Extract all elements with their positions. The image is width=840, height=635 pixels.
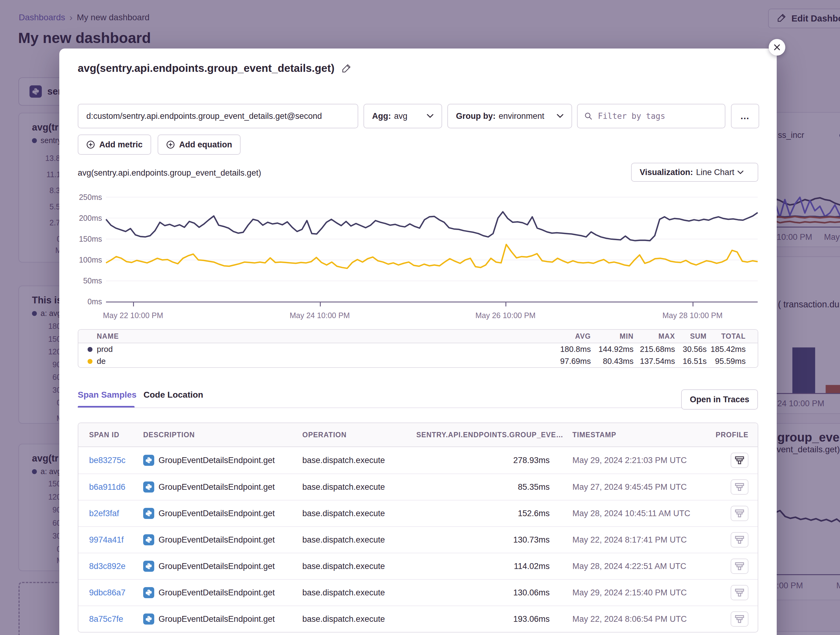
span-metric-value: 152.6ms — [416, 509, 549, 518]
span-operation: base.dispatch.execute — [302, 509, 416, 518]
tab-span-samples[interactable]: Span Samples — [78, 390, 136, 400]
profile-flamegraph-icon — [734, 535, 744, 544]
chevron-down-icon — [427, 114, 434, 118]
close-icon — [773, 44, 781, 51]
x-axis-tick — [693, 303, 693, 306]
tag-filter-input[interactable] — [597, 111, 718, 121]
span-id-link[interactable]: 9dbc86a7 — [78, 588, 143, 597]
edit-title-pencil-icon[interactable] — [342, 63, 351, 73]
visualization-dropdown[interactable]: Visualization: Line Chart — [631, 163, 758, 182]
summary-row-prod[interactable]: prod180.8ms144.92ms215.68ms30.56s185.42m… — [78, 343, 758, 355]
span-operation: base.dispatch.execute — [302, 588, 416, 597]
profile-flamegraph-icon — [734, 562, 744, 571]
chart-title: avg(sentry.api.endpoints.group_event_det… — [78, 168, 261, 178]
span-operation: base.dispatch.execute — [302, 535, 416, 545]
python-icon — [143, 508, 154, 519]
aggregation-text: Agg:avg — [372, 112, 407, 121]
span-id-link[interactable]: b2ef3faf — [78, 509, 143, 518]
x-axis-tick — [505, 303, 506, 306]
summary-row-de[interactable]: de97.69ms80.43ms137.54ms16.51s95.59ms — [78, 355, 758, 367]
summary-header-row: NAME AVG MIN MAX SUM TOTAL — [78, 330, 758, 343]
tab-code-location[interactable]: Code Location — [144, 390, 203, 400]
series-sum: 16.51s — [675, 356, 707, 366]
open-profile-button[interactable] — [731, 585, 748, 600]
open-in-traces-label: Open in Traces — [690, 395, 749, 404]
x-axis-label: May 28 10:00 PM — [662, 311, 723, 320]
open-profile-button[interactable] — [731, 506, 748, 521]
span-timestamp: May 27, 2024 9:45:45 PM UTC — [549, 482, 693, 492]
span-metric-value: 130.73ms — [416, 535, 549, 545]
x-axis-label: May 26 10:00 PM — [475, 311, 535, 320]
line-chart-plot — [106, 197, 758, 302]
open-in-traces-button[interactable]: Open in Traces — [681, 389, 758, 410]
profile-flamegraph-icon — [734, 509, 744, 518]
y-axis-label: 50ms — [83, 276, 102, 285]
samples-header-profile: PROFILE — [693, 431, 758, 439]
visualization-label: Visualization: — [639, 168, 693, 177]
tag-filter-field — [577, 104, 725, 128]
summary-rows: prod180.8ms144.92ms215.68ms30.56s185.42m… — [78, 343, 758, 367]
sample-rows: be83275cGroupEventDetailsEndpoint.getbas… — [78, 447, 758, 632]
span-metric-value: 193.06ms — [416, 615, 549, 624]
series-avg: 97.69ms — [551, 356, 591, 366]
open-profile-button[interactable] — [731, 479, 748, 495]
open-profile-button[interactable] — [731, 611, 748, 627]
python-icon — [143, 561, 154, 572]
profile-flamegraph-icon — [734, 456, 744, 465]
span-description: GroupEventDetailsEndpoint.get — [143, 613, 302, 624]
span-sample-row-9dbc86a7: 9dbc86a7GroupEventDetailsEndpoint.getbas… — [78, 579, 758, 605]
screen: Dashboards › My new dashboard My new das… — [0, 0, 840, 635]
span-id-link[interactable]: 8a75c7fe — [78, 615, 143, 624]
open-profile-button[interactable] — [731, 452, 748, 468]
summary-header-min: MIN — [591, 332, 633, 340]
query-more-options-button[interactable]: … — [731, 104, 759, 128]
add-equation-button[interactable]: Add equation — [158, 134, 241, 155]
ellipsis-icon: … — [740, 111, 750, 121]
span-timestamp: May 22, 2024 8:17:41 PM UTC — [549, 535, 693, 545]
profile-flamegraph-icon — [734, 615, 744, 624]
series-max: 215.68ms — [633, 345, 675, 354]
span-timestamp: May 29, 2024 2:21:03 PM UTC — [549, 456, 693, 465]
python-icon — [143, 587, 154, 598]
span-metric-value: 85.35ms — [416, 482, 549, 492]
add-metric-button[interactable]: Add metric — [78, 134, 151, 155]
span-description: GroupEventDetailsEndpoint.get — [143, 587, 302, 598]
span-sample-row-8a75c7fe: 8a75c7feGroupEventDetailsEndpoint.getbas… — [78, 605, 758, 632]
chevron-down-icon — [557, 114, 564, 118]
visualization-value: Line Chart — [696, 168, 734, 177]
samples-header-metric: SENTRY.API.ENDPOINTS.GROUP_EVE… — [416, 431, 549, 439]
group-by-dropdown[interactable]: Group by:environment — [447, 104, 572, 128]
x-axis-tick — [320, 303, 321, 306]
series-color-dot — [88, 347, 93, 352]
series-avg: 180.8ms — [551, 345, 591, 354]
add-equation-label: Add equation — [179, 140, 232, 150]
span-metric-value: 278.93ms — [416, 456, 549, 465]
span-id-link[interactable]: 8d3c892e — [78, 562, 143, 571]
span-id-link[interactable]: 9974a41f — [78, 535, 143, 545]
modal-close-button[interactable] — [769, 39, 785, 55]
span-metric-value: 130.06ms — [416, 588, 549, 597]
series-de — [106, 244, 758, 268]
summary-header-name: NAME — [78, 332, 551, 340]
span-operation: base.dispatch.execute — [302, 562, 416, 571]
samples-header-operation: OPERATION — [302, 431, 416, 439]
chart-y-axis: 250ms200ms150ms100ms50ms0ms — [59, 193, 102, 306]
open-profile-button[interactable] — [731, 532, 748, 547]
python-icon — [143, 455, 154, 466]
span-sample-row-be83275c: be83275cGroupEventDetailsEndpoint.getbas… — [78, 447, 758, 473]
span-id-link[interactable]: b6a911d6 — [78, 482, 143, 492]
summary-header-total: TOTAL — [707, 332, 746, 340]
span-description: GroupEventDetailsEndpoint.get — [143, 455, 302, 466]
y-axis-label: 200ms — [79, 214, 102, 223]
aggregation-dropdown[interactable]: Agg:avg — [363, 104, 442, 128]
span-sample-row-9974a41f: 9974a41fGroupEventDetailsEndpoint.getbas… — [78, 526, 758, 553]
metric-query-input[interactable] — [78, 104, 358, 128]
y-axis-label: 250ms — [79, 193, 102, 202]
span-id-link[interactable]: be83275c — [78, 456, 143, 465]
span-timestamp: May 29, 2024 2:15:40 PM UTC — [549, 588, 693, 597]
open-profile-button[interactable] — [731, 559, 748, 574]
series-name: de — [78, 356, 551, 366]
profile-flamegraph-icon — [734, 482, 744, 492]
y-axis-label: 100ms — [79, 255, 102, 265]
aggregation-label: Agg: — [372, 112, 391, 121]
